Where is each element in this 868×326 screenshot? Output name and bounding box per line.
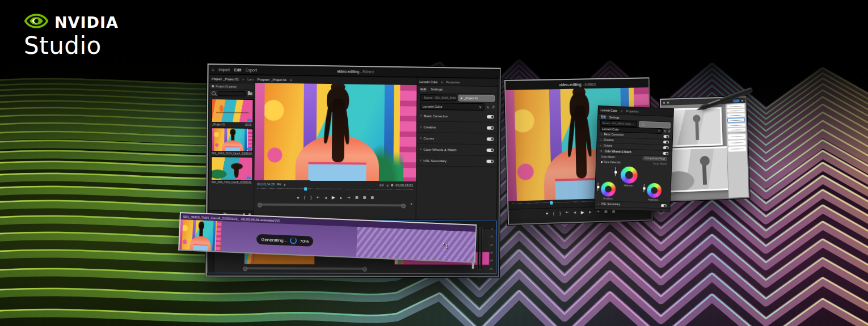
target-sequence-button[interactable]: _Project 01: [458, 95, 495, 102]
section-toggle[interactable]: [487, 137, 494, 141]
add-button[interactable]: +: [410, 202, 412, 206]
tab-properties[interactable]: Properties: [446, 80, 460, 83]
bin-item-clip-b[interactable]: S01_SN6_Tk01_CamB_20250101_ 3;19: [211, 156, 252, 186]
go-to-out-icon[interactable]: ⇥: [596, 209, 600, 214]
tab-lumetri-scopes[interactable]: Lum: [247, 78, 254, 81]
layer-row[interactable]: [728, 146, 746, 152]
lift-icon[interactable]: [355, 196, 358, 199]
tab-properties[interactable]: Properties: [626, 109, 639, 113]
settings-wrench-icon[interactable]: [391, 184, 394, 187]
section-toggle[interactable]: [487, 115, 494, 118]
step-forward-icon[interactable]: ▶: [340, 196, 342, 199]
face-detection-checkbox[interactable]: Face Detection: [601, 160, 621, 164]
layer-row[interactable]: [728, 134, 745, 139]
tab-close-icon[interactable]: ×: [242, 77, 244, 81]
layer-row[interactable]: [728, 140, 745, 146]
timeline-horizontal-scrollbar[interactable]: [244, 267, 365, 270]
playhead[interactable]: [304, 187, 307, 190]
brush-preset-selected[interactable]: [727, 117, 745, 122]
extract-icon[interactable]: [363, 196, 366, 199]
menu-import[interactable]: Import: [218, 67, 230, 71]
toolbar-icon[interactable]: [667, 101, 669, 103]
subtab-settings[interactable]: Settings: [431, 87, 443, 91]
lumetri-preset-dropdown[interactable]: Lumetri Color ∨: [420, 103, 484, 111]
mark-in-icon[interactable]: {: [304, 195, 305, 199]
reset-icon[interactable]: ↺: [668, 129, 671, 133]
brush-preset[interactable]: [727, 109, 744, 113]
panel-menu-icon[interactable]: ≡: [290, 78, 292, 82]
tab-program[interactable]: Program: _Project 01: [258, 78, 286, 82]
playhead[interactable]: [550, 201, 553, 205]
subtab-settings[interactable]: Settings: [609, 115, 620, 119]
midtones-wheel[interactable]: [620, 166, 638, 184]
fx-icon[interactable]: fx: [664, 129, 666, 133]
brush-preset[interactable]: [727, 104, 744, 108]
section-color-wheels[interactable]: › Color Wheels & Match: [417, 144, 498, 156]
tab-project[interactable]: Project: _Project 01: [212, 77, 239, 81]
program-scrubber[interactable]: [257, 188, 413, 193]
panel-menu-icon[interactable]: ≡: [441, 80, 443, 83]
section-toggle[interactable]: [663, 146, 669, 149]
mark-in-icon[interactable]: {: [553, 211, 554, 215]
section-creative[interactable]: › Creative: [417, 121, 498, 133]
highlights-slider[interactable]: [643, 184, 644, 192]
section-toggle[interactable]: [487, 126, 494, 129]
go-to-in-icon[interactable]: ⇤: [317, 195, 319, 200]
section-toggle[interactable]: [663, 141, 669, 143]
panel-menu-icon[interactable]: ≡: [621, 109, 622, 112]
comparison-view-button[interactable]: Comparison View: [643, 156, 667, 161]
section-toggle[interactable]: [663, 152, 668, 155]
section-basic-correction[interactable]: › Basic Correction: [417, 111, 498, 122]
menu-edit[interactable]: Edit: [234, 67, 241, 71]
brushes-panel: [725, 103, 749, 198]
shadows-slider[interactable]: [597, 183, 599, 190]
section-toggle[interactable]: [663, 135, 669, 138]
subtab-edit[interactable]: Edit: [420, 87, 426, 91]
home-icon[interactable]: ⌂: [212, 67, 214, 71]
subtab-edit[interactable]: Edit: [601, 115, 606, 118]
menu-export[interactable]: Export: [246, 68, 257, 72]
add-marker-icon[interactable]: ◆: [546, 211, 548, 215]
play-icon[interactable]: ▶: [332, 195, 335, 200]
brush-preset[interactable]: [727, 113, 745, 117]
program-video-frame: [254, 83, 416, 181]
step-forward-icon[interactable]: ▶: [589, 210, 591, 214]
shadows-wheel[interactable]: [601, 181, 616, 197]
new-bin-icon[interactable]: [248, 92, 252, 95]
midtones-slider[interactable]: [615, 167, 616, 176]
section-curves[interactable]: › Curves: [417, 133, 498, 145]
add-marker-icon[interactable]: ◆: [297, 196, 299, 199]
step-back-icon[interactable]: ◀: [325, 196, 327, 199]
brush-preset[interactable]: [728, 128, 745, 132]
search-input[interactable]: [218, 91, 246, 96]
export-frame-icon[interactable]: [371, 196, 374, 199]
bin-item-clip-a[interactable]: S01_SN03_Tk04_CamA_20250101_ 4;29: [211, 128, 252, 157]
fx-icon[interactable]: fx: [487, 105, 490, 109]
bin-item-sequence[interactable]: _Project 01 18;01: [212, 99, 252, 128]
program-zoom-scrollbar[interactable]: [259, 204, 404, 207]
mark-out-icon[interactable]: }: [310, 195, 311, 199]
lift-icon[interactable]: [604, 210, 607, 213]
primary-action-button[interactable]: [733, 99, 740, 102]
step-back-icon[interactable]: ◀: [574, 210, 576, 214]
section-toggle[interactable]: [661, 204, 667, 207]
mark-out-icon[interactable]: }: [559, 211, 561, 215]
play-icon[interactable]: ▶: [581, 209, 584, 214]
toolbar-icon[interactable]: [663, 101, 665, 103]
highlights-wheel[interactable]: [647, 183, 661, 198]
storyboard-frame-2[interactable]: [666, 146, 730, 193]
playback-resolution-select[interactable]: 1/2: [380, 183, 384, 187]
section-toggle[interactable]: [486, 159, 494, 163]
tab-lumetri-color[interactable]: Lumetri Color: [601, 108, 618, 112]
tab-lumetri-color[interactable]: Lumetri Color: [420, 80, 438, 83]
reset-icon[interactable]: ↺: [491, 105, 495, 109]
go-to-out-icon[interactable]: ⇥: [347, 195, 350, 200]
source-clip-button[interactable]: Source - S01_SN03_Tk04_...: [420, 94, 456, 101]
zoom-level-select[interactable]: Fit: [277, 183, 281, 186]
section-hsl-secondary[interactable]: › HSL Secondary: [416, 155, 497, 167]
section-toggle[interactable]: [487, 149, 494, 152]
go-to-in-icon[interactable]: ⇤: [566, 210, 569, 215]
apply-match-button[interactable]: Apply Match: [653, 162, 667, 166]
brush-preset[interactable]: [727, 123, 745, 127]
toolbar-icon[interactable]: [741, 99, 743, 101]
